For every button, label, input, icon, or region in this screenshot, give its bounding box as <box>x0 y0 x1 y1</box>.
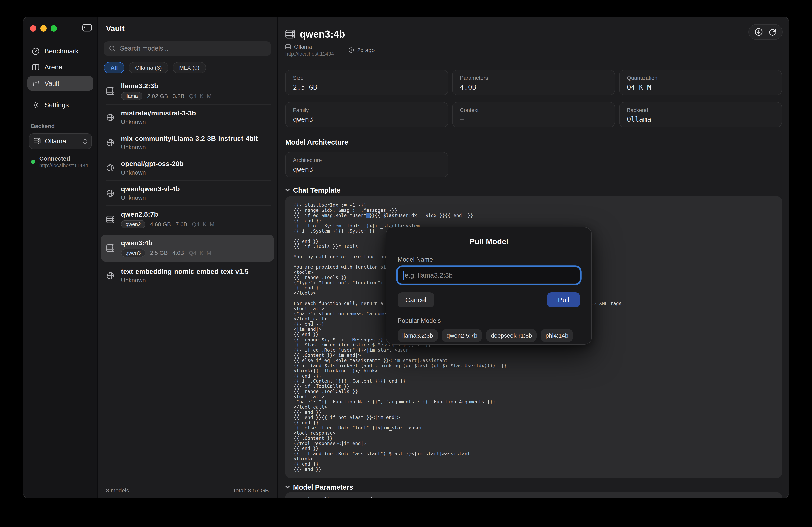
detail-updated: 2d ago <box>357 47 375 53</box>
connection-url: http://localhost:11434 <box>39 162 88 168</box>
list-item-mlx-llama[interactable]: mlx-community/Llama-3.2-3B-Instruct-4bit… <box>98 130 277 155</box>
family-badge: qwen3 <box>121 249 145 257</box>
popular-chip-deepseek-r1-8b[interactable]: deepseek-r1:8b <box>486 329 537 342</box>
model-name: qwen3:4b <box>121 239 212 247</box>
model-name: mistralai/ministral-3-3b <box>121 109 196 117</box>
model-sub: Unknown <box>121 169 184 176</box>
desktop: Benchmark Arena Vault <box>0 0 812 527</box>
sidebar-item-label: Arena <box>44 63 62 71</box>
list-item-qwen3-4b-selected[interactable]: qwen3:4b qwen3 2.5 GB 4.0B Q4_K_M <box>101 234 274 262</box>
model-count: 8 models <box>106 487 129 494</box>
card-size: Size 2.5 GB <box>285 70 448 95</box>
search-icon <box>109 45 116 52</box>
model-quant: Q4_K_M <box>192 221 214 228</box>
filter-chips: All Ollama (3) MLX (0) <box>104 62 271 73</box>
list-item-nomic-embed[interactable]: text-embedding-nomic-embed-text-v1.5 Unk… <box>98 263 277 288</box>
model-list: llama3.2:3b llama 2.02 GB 3.2B Q4_K_M <box>98 77 277 482</box>
sidebar-nav: Benchmark Arena Vault <box>23 44 97 112</box>
list-item-gpt-oss[interactable]: openai/gpt-oss-20b Unknown <box>98 155 277 181</box>
popular-chip-phi4-14b[interactable]: phi4:14b <box>541 329 573 342</box>
model-parameters-code: repeat_penalty 1 stop "<|im_start|>" <box>285 492 782 498</box>
globe-icon <box>106 139 115 146</box>
model-name-input[interactable] <box>397 267 580 284</box>
model-sub: Unknown <box>121 194 180 201</box>
minimize-window-button[interactable] <box>40 25 46 31</box>
server-icon <box>106 87 115 95</box>
chevron-up-down-icon <box>83 138 87 144</box>
detail-backend: Ollama <box>294 43 312 50</box>
refresh-icon[interactable] <box>769 28 777 36</box>
model-sub: Unknown <box>121 118 196 125</box>
model-name: qwen/qwen3-vl-4b <box>121 185 180 193</box>
zoom-window-button[interactable] <box>50 25 57 31</box>
sidebar-toggle-icon[interactable] <box>82 24 92 31</box>
server-icon <box>33 138 41 144</box>
detail-actions <box>749 24 783 40</box>
pull-button[interactable]: Pull <box>547 293 580 307</box>
param-row: repeat_penalty 1 <box>293 496 774 498</box>
popular-chip-qwen2-5-7b[interactable]: qwen2.5:7b <box>442 329 482 342</box>
globe-icon <box>106 272 115 280</box>
connection-status: Connected http://localhost:11434 <box>31 155 97 168</box>
server-icon <box>106 215 115 223</box>
list-item-qwen3-vl[interactable]: qwen/qwen3-vl-4b Unknown <box>98 181 277 206</box>
cancel-button[interactable]: Cancel <box>397 293 434 307</box>
search-field[interactable] <box>104 41 271 56</box>
popular-chip-llama3-2-3b[interactable]: llama3.2:3b <box>397 329 438 342</box>
gauge-icon <box>32 47 40 55</box>
popular-models-label: Popular Models <box>397 317 580 325</box>
server-icon-small <box>285 44 291 49</box>
filter-all[interactable]: All <box>104 62 125 73</box>
download-icon[interactable] <box>755 28 763 36</box>
card-backend: Backend Ollama <box>619 102 782 127</box>
model-params: 4.0B <box>172 250 184 256</box>
model-name: openai/gpt-oss-20b <box>121 160 184 168</box>
chat-template-heading[interactable]: Chat Template <box>285 186 782 194</box>
list-item-ministral[interactable]: mistralai/ministral-3-3b Unknown <box>98 105 277 130</box>
backend-section-label: Backend <box>31 123 97 129</box>
sidebar-item-settings[interactable]: Settings <box>27 98 93 112</box>
backend-select-value: Ollama <box>45 137 66 145</box>
pull-model-dialog: Pull Model Model Name Cancel Pull Popula… <box>386 227 592 344</box>
columns-icon <box>32 63 40 71</box>
filter-ollama[interactable]: Ollama (3) <box>129 62 169 73</box>
sidebar-item-label: Benchmark <box>44 47 78 55</box>
archive-box-icon <box>32 80 40 87</box>
filter-mlx[interactable]: MLX (0) <box>173 62 206 73</box>
text-selection-highlight <box>366 213 369 218</box>
globe-icon <box>106 164 115 172</box>
family-badge: llama <box>121 92 143 100</box>
model-sub: Unknown <box>121 277 249 284</box>
model-params: 7.6B <box>176 221 187 228</box>
model-name: llama3.2:3b <box>121 82 212 90</box>
backend-select[interactable]: Ollama <box>29 133 92 149</box>
popular-model-chips: llama3.2:3b qwen2.5:7b deepseek-r1:8b ph… <box>397 329 580 342</box>
sidebar-item-label: Settings <box>44 101 69 109</box>
model-quant: Q4_K_M <box>189 250 211 256</box>
text-cursor <box>403 271 404 280</box>
sidebar-item-benchmark[interactable]: Benchmark <box>27 44 93 59</box>
chevron-down-icon <box>285 188 290 192</box>
gear-icon <box>32 101 40 109</box>
model-name-label: Model Name <box>397 256 580 263</box>
model-sub: Unknown <box>121 144 258 151</box>
card-parameters: Parameters 4.0B <box>452 70 615 95</box>
model-title: qwen3:4b <box>300 28 345 40</box>
detail-backend-url: http://localhost:11434 <box>285 51 334 57</box>
model-params: 3.2B <box>173 93 185 99</box>
list-item-qwen2-5-7b[interactable]: qwen2.5:7b qwen2 4.68 GB 7.6B Q4_K_M <box>98 206 277 233</box>
family-badge: qwen2 <box>121 220 145 228</box>
close-window-button[interactable] <box>30 25 36 31</box>
model-parameters-heading[interactable]: Model Parameters <box>285 483 782 491</box>
list-item-llama3-2-3b[interactable]: llama3.2:3b llama 2.02 GB 3.2B Q4_K_M <box>98 77 277 105</box>
sidebar-item-label: Vault <box>44 80 59 87</box>
search-input[interactable] <box>120 45 266 52</box>
sidebar-item-vault[interactable]: Vault <box>27 76 93 90</box>
model-size: 4.68 GB <box>150 221 171 228</box>
model-size: 2.02 GB <box>147 93 168 99</box>
sidebar-item-arena[interactable]: Arena <box>27 60 93 74</box>
globe-icon <box>106 114 115 122</box>
clock-icon <box>348 47 354 53</box>
architecture-heading: Model Architecture <box>285 138 782 146</box>
model-name: mlx-community/Llama-3.2-3B-Instruct-4bit <box>121 135 258 142</box>
